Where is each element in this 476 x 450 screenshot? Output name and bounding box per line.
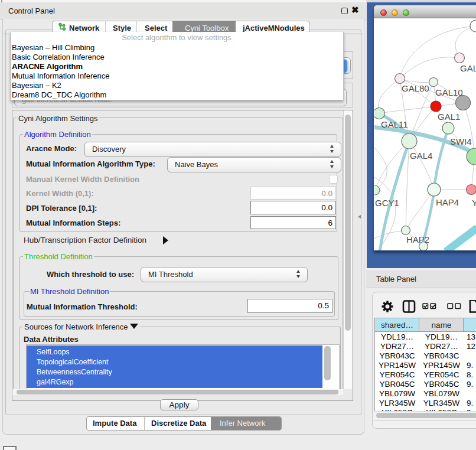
svg-text:YJL: YJL bbox=[472, 198, 476, 208]
svg-text:HAP2: HAP2 bbox=[406, 234, 429, 244]
svg-text:GAL11: GAL11 bbox=[381, 119, 408, 129]
svg-text:GAL80: GAL80 bbox=[402, 83, 429, 93]
svg-text:GAL1: GAL1 bbox=[438, 112, 460, 122]
svg-text:HAP4: HAP4 bbox=[436, 197, 459, 207]
svg-text:GCY1: GCY1 bbox=[375, 198, 399, 208]
svg-text:SWI4: SWI4 bbox=[450, 136, 472, 146]
svg-text:GAL7: GAL7 bbox=[460, 63, 476, 73]
svg-text:GAL4: GAL4 bbox=[410, 151, 432, 161]
svg-text:GAL10: GAL10 bbox=[435, 87, 463, 97]
